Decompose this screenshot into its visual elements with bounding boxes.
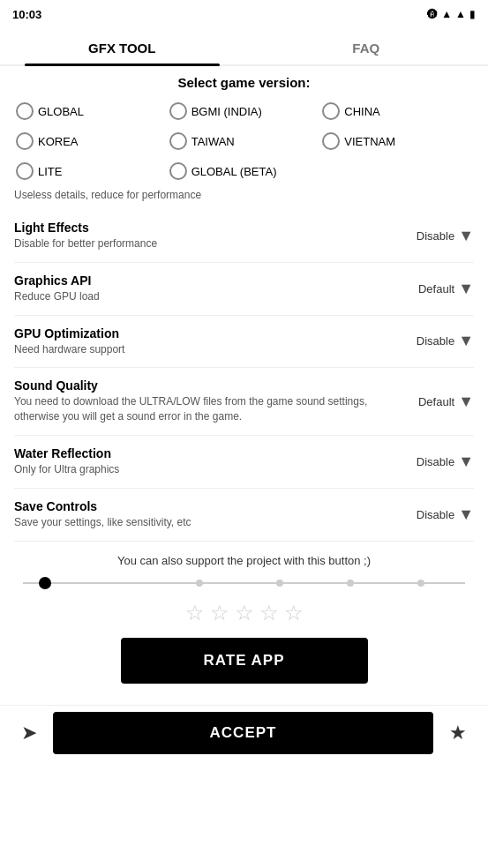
rate-app-button[interactable]: RATE APP <box>121 638 368 684</box>
dropdown-arrow-sound-quality: ▼ <box>458 393 474 411</box>
setting-save-controls: Save Controls Save your settings, like s… <box>14 489 474 542</box>
version-label-korea: KOREA <box>38 135 79 148</box>
setting-name-water-reflection: Water Reflection <box>14 446 386 460</box>
setting-control-gpu-optimization[interactable]: Disable ▼ <box>394 332 474 350</box>
setting-graphics-api: Graphics API Reduce GPU load Default ▼ <box>14 263 474 316</box>
slider-dot-1 <box>196 580 203 587</box>
radio-korea[interactable] <box>16 132 34 150</box>
version-label-taiwan: TAIWAN <box>191 135 235 148</box>
bottom-bar: ➤ ACCEPT ★ <box>0 705 488 761</box>
setting-value-light-effects: Disable <box>417 229 454 243</box>
dropdown-arrow-save-controls: ▼ <box>458 505 474 524</box>
setting-name-save-controls: Save Controls <box>14 499 386 513</box>
share-icon: ➤ <box>21 722 37 744</box>
radio-taiwan[interactable] <box>169 132 187 150</box>
setting-desc-water-reflection: Only for Ultra graphics <box>14 462 386 477</box>
version-grid-row2: KOREA TAIWAN VIETNAM <box>14 129 474 153</box>
dropdown-arrow-graphics-api: ▼ <box>458 280 474 298</box>
star-5[interactable]: ☆ <box>284 601 304 625</box>
version-option-global[interactable]: GLOBAL <box>14 99 168 123</box>
setting-desc-light-effects: Disable for better performance <box>14 236 386 251</box>
radio-china[interactable] <box>322 102 340 120</box>
support-section: You can also support the project with th… <box>14 542 474 705</box>
slider-dot-4 <box>417 580 424 587</box>
section-title: Select game version: <box>14 75 474 90</box>
status-time: 10:03 <box>12 8 41 21</box>
slider-track <box>23 582 465 584</box>
tab-bar: GFX TOOL FAQ <box>0 28 488 66</box>
support-text: You can also support the project with th… <box>14 554 474 567</box>
stars-row[interactable]: ☆ ☆ ☆ ☆ ☆ <box>14 601 474 625</box>
tab-gfx-tool[interactable]: GFX TOOL <box>0 28 244 64</box>
radio-global-beta[interactable] <box>169 162 187 180</box>
game-version-section: Select game version: GLOBAL BGMI (INDIA)… <box>14 75 474 201</box>
radio-lite[interactable] <box>16 162 34 180</box>
star-1[interactable]: ☆ <box>185 601 205 625</box>
setting-desc-sound-quality: You need to download the ULTRA/LOW files… <box>14 394 386 424</box>
accept-button[interactable]: ACCEPT <box>53 712 433 754</box>
android-icon: 🅐 <box>427 8 438 20</box>
version-option-vietnam[interactable]: VIETNAM <box>320 129 474 153</box>
version-option-global-beta[interactable]: GLOBAL (BETA) <box>168 159 474 183</box>
setting-name-graphics-api: Graphics API <box>14 273 386 288</box>
favorite-button[interactable]: ★ <box>442 715 474 752</box>
slider-container[interactable] <box>23 578 465 588</box>
setting-sound-quality: Sound Quality You need to download the U… <box>14 368 474 436</box>
version-option-taiwan[interactable]: TAIWAN <box>168 129 321 153</box>
setting-name-light-effects: Light Effects <box>14 221 386 235</box>
version-label-lite: LITE <box>38 165 62 178</box>
setting-value-sound-quality: Default <box>418 395 454 408</box>
version-grid-row3: LITE GLOBAL (BETA) <box>14 159 474 183</box>
setting-water-reflection: Water Reflection Only for Ultra graphics… <box>14 436 474 489</box>
setting-desc-gpu-optimization: Need hardware support <box>14 342 386 357</box>
dropdown-arrow-light-effects: ▼ <box>458 227 474 245</box>
version-label-china: CHINA <box>344 105 379 118</box>
setting-value-graphics-api: Default <box>418 282 454 296</box>
version-label-global-beta: GLOBAL (BETA) <box>191 165 277 178</box>
version-label-global: GLOBAL <box>38 105 84 118</box>
tab-faq[interactable]: FAQ <box>244 28 489 64</box>
version-grid-row1: GLOBAL BGMI (INDIA) CHINA <box>14 99 474 123</box>
radio-vietnam[interactable] <box>322 132 340 150</box>
version-label-bgmi: BGMI (INDIA) <box>191 105 262 118</box>
slider-dot-3 <box>347 580 354 587</box>
useless-note: Useless details, reduce for performance <box>14 189 474 201</box>
dropdown-arrow-gpu-optimization: ▼ <box>458 332 474 350</box>
star-2[interactable]: ☆ <box>210 601 229 625</box>
radio-bgmi[interactable] <box>169 102 187 120</box>
setting-desc-save-controls: Save your settings, like sensitivity, et… <box>14 515 386 530</box>
setting-name-sound-quality: Sound Quality <box>14 378 386 393</box>
setting-control-sound-quality[interactable]: Default ▼ <box>394 393 474 411</box>
status-bar: 10:03 🅐 ▲ ▲ ▮ <box>0 0 488 28</box>
settings-section: Light Effects Disable for better perform… <box>14 210 474 542</box>
slider-thumb[interactable] <box>39 577 51 589</box>
dropdown-arrow-water-reflection: ▼ <box>458 453 474 471</box>
setting-control-light-effects[interactable]: Disable ▼ <box>394 227 474 245</box>
setting-control-water-reflection[interactable]: Disable ▼ <box>394 453 474 471</box>
wifi-icon: ▲ <box>441 8 452 20</box>
setting-desc-graphics-api: Reduce GPU load <box>14 289 386 304</box>
star-4[interactable]: ☆ <box>259 601 279 625</box>
slider-dot-2 <box>276 580 283 587</box>
setting-gpu-optimization: GPU Optimization Need hardware support D… <box>14 316 474 369</box>
setting-value-save-controls: Disable <box>417 508 454 521</box>
version-option-bgmi[interactable]: BGMI (INDIA) <box>168 99 321 123</box>
setting-value-gpu-optimization: Disable <box>417 334 454 348</box>
setting-control-save-controls[interactable]: Disable ▼ <box>394 505 474 524</box>
radio-global[interactable] <box>16 102 34 120</box>
setting-name-gpu-optimization: GPU Optimization <box>14 326 386 340</box>
battery-icon: ▮ <box>469 8 476 20</box>
share-button[interactable]: ➤ <box>14 715 44 752</box>
signal-icon: ▲ <box>455 8 466 20</box>
setting-value-water-reflection: Disable <box>417 455 454 468</box>
version-option-lite[interactable]: LITE <box>14 159 168 183</box>
setting-light-effects: Light Effects Disable for better perform… <box>14 210 474 263</box>
star-3[interactable]: ☆ <box>235 601 254 625</box>
setting-control-graphics-api[interactable]: Default ▼ <box>394 280 474 298</box>
main-content: Select game version: GLOBAL BGMI (INDIA)… <box>0 66 488 705</box>
version-label-vietnam: VIETNAM <box>344 135 395 148</box>
version-option-korea[interactable]: KOREA <box>14 129 168 153</box>
version-option-china[interactable]: CHINA <box>320 99 474 123</box>
star-icon: ★ <box>449 722 467 744</box>
status-icons: 🅐 ▲ ▲ ▮ <box>427 8 476 20</box>
